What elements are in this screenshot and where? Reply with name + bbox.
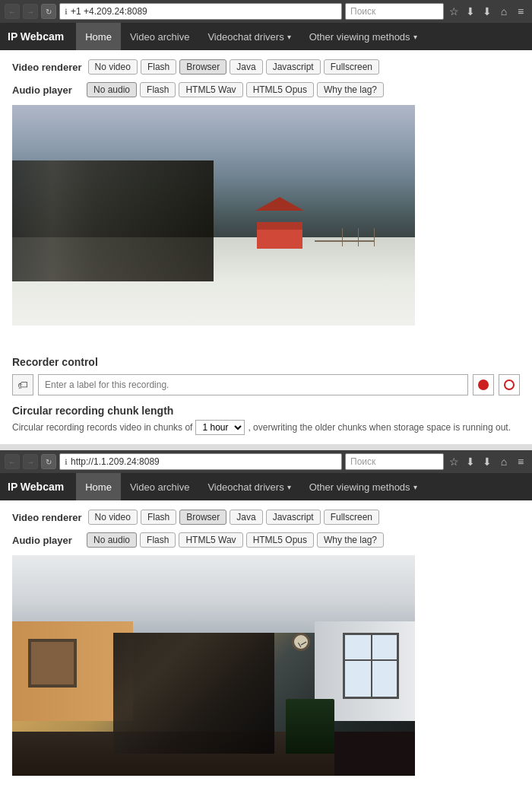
fence-post-2 bbox=[358, 228, 359, 246]
javascript-btn[interactable]: Javascript bbox=[266, 59, 321, 75]
star-icon[interactable]: ☆ bbox=[447, 5, 461, 18]
red-dot-outline bbox=[504, 380, 515, 390]
audio-player-row-2: Audio player No audio Flash HTML5 Wav HT… bbox=[12, 532, 520, 548]
back-button-2[interactable]: ← bbox=[5, 454, 20, 469]
picture-frame bbox=[28, 639, 77, 688]
flash-video-btn-2[interactable]: Flash bbox=[141, 510, 176, 525]
javascript-btn-2[interactable]: Javascript bbox=[266, 510, 321, 525]
star-icon-2[interactable]: ☆ bbox=[447, 455, 461, 468]
url-text: +1 +4.209.24:8089 bbox=[71, 6, 147, 17]
java-btn[interactable]: Java bbox=[230, 59, 262, 75]
other-arrow-2: ▾ bbox=[413, 483, 417, 491]
record-button-filled[interactable] bbox=[473, 374, 494, 395]
indoor-scene bbox=[12, 555, 415, 776]
download-user-icon[interactable]: ⬇ bbox=[464, 5, 477, 18]
webcam-image-2 bbox=[12, 555, 415, 776]
html5opus-btn-2[interactable]: HTML5 Opus bbox=[246, 532, 314, 548]
nav-videochat-label: Videochat drivers ▾ bbox=[207, 31, 290, 43]
html5opus-btn-1[interactable]: HTML5 Opus bbox=[246, 82, 314, 97]
fence-post-1 bbox=[374, 228, 375, 246]
video-renderer-buttons-2: No video Flash Browser Java Javascript F… bbox=[88, 510, 379, 525]
audio-player-buttons-2: No audio Flash HTML5 Wav HTML5 Opus Why … bbox=[87, 532, 384, 548]
address-bar[interactable]: ℹ +1 +4.209.24:8089 bbox=[59, 3, 342, 20]
forward-button-2[interactable]: → bbox=[23, 454, 38, 469]
search-bar[interactable]: Поиск bbox=[345, 3, 444, 20]
webcam-container-1 bbox=[12, 105, 415, 326]
app-brand-1: IP Webcam bbox=[8, 30, 64, 43]
home-icon[interactable]: ⌂ bbox=[497, 5, 511, 18]
search-placeholder: Поиск bbox=[350, 6, 375, 17]
audio-player-buttons-1: No audio Flash HTML5 Wav HTML5 Opus Why … bbox=[87, 82, 384, 97]
fence-line bbox=[315, 240, 375, 242]
barn-body bbox=[257, 222, 302, 249]
browser-window-1: ← → ↻ ℹ +1 +4.209.24:8089 Поиск ☆ ⬇ ⬇ ⌂ … bbox=[0, 0, 532, 444]
search-placeholder-2: Поиск bbox=[350, 456, 375, 467]
red-dot-filled bbox=[478, 380, 489, 390]
browser-btn-2[interactable]: Browser bbox=[179, 510, 226, 525]
app-nav-1: IP Webcam Home Video archive Videochat d… bbox=[0, 23, 532, 50]
nav-home-2[interactable]: Home bbox=[76, 473, 121, 500]
reload-button-2[interactable]: ↻ bbox=[41, 454, 56, 469]
reload-button[interactable]: ↻ bbox=[41, 4, 56, 19]
other-dropdown-arrow: ▾ bbox=[413, 33, 417, 41]
plant bbox=[286, 699, 334, 754]
nav-home-1[interactable]: Home bbox=[76, 23, 121, 50]
browser-icons-2: ☆ ⬇ ⬇ ⌂ ≡ bbox=[447, 455, 527, 468]
window-divider-v bbox=[371, 635, 372, 697]
menu-icon-2[interactable]: ≡ bbox=[514, 455, 527, 468]
flash-audio-btn-1[interactable]: Flash bbox=[140, 82, 176, 97]
sofa bbox=[334, 732, 415, 776]
chunk-length-select[interactable]: 1 hour bbox=[195, 420, 245, 435]
download-icon[interactable]: ⬇ bbox=[480, 5, 494, 18]
lock-icon: ℹ bbox=[65, 8, 68, 16]
forward-button[interactable]: → bbox=[23, 4, 38, 19]
circular-text-prefix: Circular recording records video in chun… bbox=[12, 422, 192, 433]
fullscreen-btn-2[interactable]: Fullscreen bbox=[324, 510, 379, 525]
browser-toolbar-2: ← → ↻ ℹ http://1.1.209.24:8089 Поиск ☆ ⬇… bbox=[0, 450, 532, 473]
nav-other-1[interactable]: Other viewing methods ▾ bbox=[300, 23, 426, 50]
back-button[interactable]: ← bbox=[5, 4, 20, 19]
nav-video-archive-1[interactable]: Video archive bbox=[121, 23, 199, 50]
home-icon-2[interactable]: ⌂ bbox=[497, 455, 511, 468]
browser-btn[interactable]: Browser bbox=[179, 59, 226, 75]
browser-icons: ☆ ⬇ ⬇ ⌂ ≡ bbox=[447, 5, 527, 18]
window-right bbox=[343, 633, 399, 699]
browser-toolbar-1: ← → ↻ ℹ +1 +4.209.24:8089 Поиск ☆ ⬇ ⬇ ⌂ … bbox=[0, 0, 532, 23]
audio-player-label-1: Audio player bbox=[12, 84, 81, 96]
nav-video-archive-2[interactable]: Video archive bbox=[121, 473, 199, 500]
record-button-outline[interactable] bbox=[499, 374, 520, 395]
html5wav-btn-1[interactable]: HTML5 Wav bbox=[179, 82, 242, 97]
video-renderer-label-2: Video renderer bbox=[12, 512, 82, 523]
app-brand-2: IP Webcam bbox=[8, 481, 64, 493]
whythelag-btn-2[interactable]: Why the lag? bbox=[317, 532, 384, 548]
search-bar-2[interactable]: Поиск bbox=[345, 453, 444, 470]
flash-video-btn[interactable]: Flash bbox=[141, 59, 176, 75]
videochat-dropdown-arrow: ▾ bbox=[287, 33, 291, 41]
page-content-2: Video renderer No video Flash Browser Ja… bbox=[0, 500, 532, 794]
nav-other-2[interactable]: Other viewing methods ▾ bbox=[300, 473, 426, 500]
video-renderer-row-2: Video renderer No video Flash Browser Ja… bbox=[12, 510, 520, 525]
webcam-container-2 bbox=[12, 555, 415, 776]
flash-audio-btn-2[interactable]: Flash bbox=[140, 532, 176, 548]
lock-icon-2: ℹ bbox=[65, 458, 68, 466]
window-divider-h bbox=[345, 659, 397, 661]
address-bar-2[interactable]: ℹ http://1.1.209.24:8089 bbox=[59, 453, 342, 470]
whythelag-btn-1[interactable]: Why the lag? bbox=[317, 82, 384, 97]
nav-other-label: Other viewing methods ▾ bbox=[309, 31, 417, 43]
fullscreen-btn[interactable]: Fullscreen bbox=[324, 59, 379, 75]
nav-videochat-2[interactable]: Videochat drivers ▾ bbox=[198, 473, 299, 500]
download-user-icon-2[interactable]: ⬇ bbox=[464, 455, 477, 468]
nav-videochat-1[interactable]: Videochat drivers ▾ bbox=[198, 23, 299, 50]
tag-icon[interactable]: 🏷 bbox=[12, 374, 33, 395]
circular-title: Circular recording chunk length bbox=[12, 405, 520, 417]
menu-icon[interactable]: ≡ bbox=[514, 5, 527, 18]
no-audio-btn-2[interactable]: No audio bbox=[87, 532, 137, 548]
no-audio-btn-1[interactable]: No audio bbox=[87, 82, 137, 97]
no-video-btn-2[interactable]: No video bbox=[88, 510, 138, 525]
recording-label-input[interactable] bbox=[38, 374, 468, 395]
video-renderer-row: Video renderer No video Flash Browser Ja… bbox=[12, 59, 520, 75]
download-icon-2[interactable]: ⬇ bbox=[480, 455, 494, 468]
html5wav-btn-2[interactable]: HTML5 Wav bbox=[179, 532, 242, 548]
java-btn-2[interactable]: Java bbox=[230, 510, 262, 525]
no-video-btn[interactable]: No video bbox=[88, 59, 138, 75]
